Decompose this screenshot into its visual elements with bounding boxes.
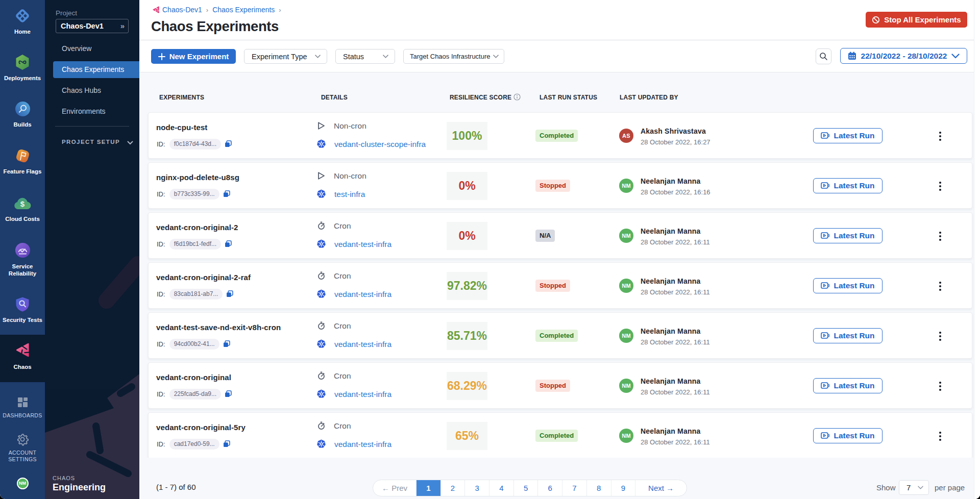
svg-text:$: $ [20,199,25,208]
